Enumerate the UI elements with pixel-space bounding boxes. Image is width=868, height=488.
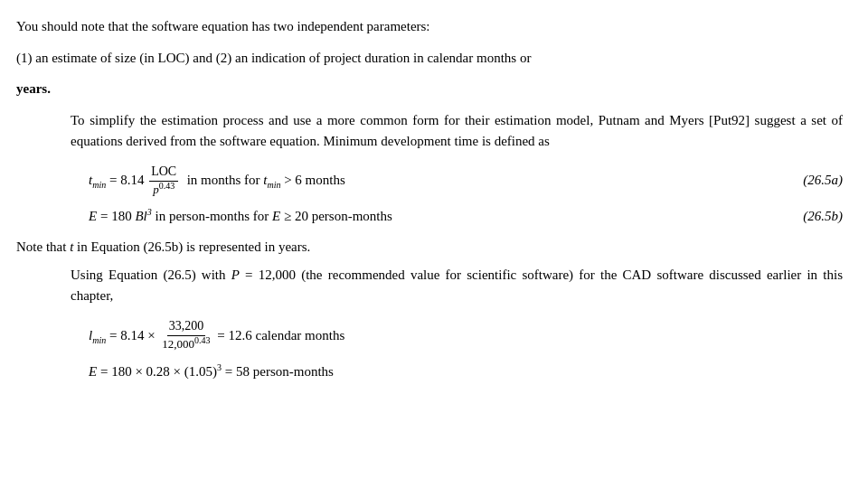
note: Note that t in Equation (26.5b) is repre… xyxy=(16,237,843,258)
paragraph2: Using Equation (26.5) with P = 12,000 (t… xyxy=(71,265,843,307)
eq3-times: = 8.14 × xyxy=(106,328,158,343)
eq1-condition: in months for tmin > 6 months xyxy=(180,173,345,188)
eq3-result: = 12.6 calendar months xyxy=(214,328,345,343)
eq4-lhs: E xyxy=(89,364,97,380)
eq1-denominator: p0.43 xyxy=(151,182,176,197)
equation-26-5b: E = 180 Bl3 in person-months for E ≥ 20 … xyxy=(89,209,843,224)
eq1-equals: = 8.14 xyxy=(106,173,147,188)
eq2-label: (26.5b) xyxy=(803,209,843,224)
eq4-body: = 180 × 0.28 × (1.05)3 = 58 person-month… xyxy=(97,364,334,380)
intro-line1: You should note that the software equati… xyxy=(16,16,843,37)
eq3-fraction: 33,200 12,0000.43 xyxy=(160,319,212,351)
intro-line2: (1) an estimate of size (in LOC) and (2)… xyxy=(16,48,843,69)
intro-line3: years. xyxy=(16,79,843,99)
equation-calc1: lmin = 8.14 × 33,200 12,0000.43 = 12.6 c… xyxy=(89,319,843,351)
eq1-label: (26.5a) xyxy=(803,173,843,188)
equation-26-5a: tmin = 8.14 LOC p0.43 in months for tmin… xyxy=(89,164,843,196)
paragraph1: To simplify the estimation process and u… xyxy=(71,110,843,153)
eq1-lhs: tmin xyxy=(89,173,106,188)
eq2-lhs: E xyxy=(89,209,97,224)
eq3-denominator: 12,0000.43 xyxy=(160,336,212,352)
eq2-body: = 180 Bl3 in person-months for E ≥ 20 pe… xyxy=(97,209,392,224)
eq1-numerator: LOC xyxy=(149,164,178,182)
intro-block: You should note that the software equati… xyxy=(16,16,843,99)
eq3-lhs: lmin xyxy=(89,328,106,343)
eq3-numerator: 33,200 xyxy=(167,319,206,336)
eq1-fraction: LOC p0.43 xyxy=(149,164,178,196)
equation-calc2: E = 180 × 0.28 × (1.05)3 = 58 person-mon… xyxy=(89,364,843,380)
